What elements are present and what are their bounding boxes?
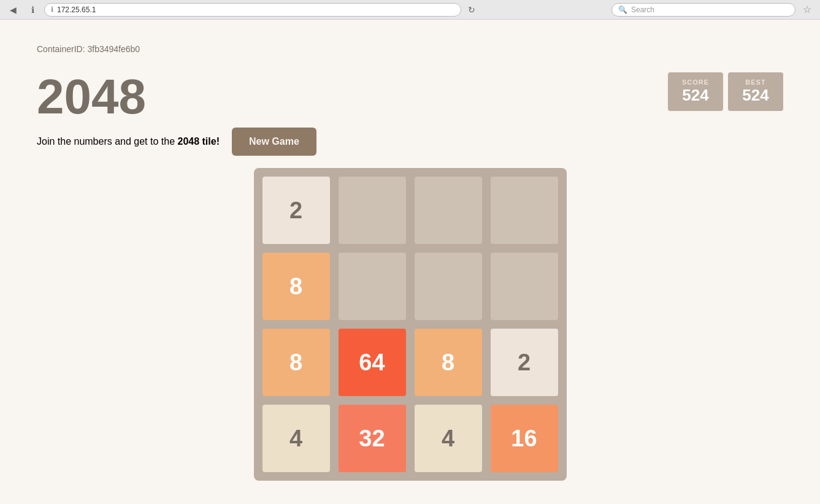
game-title-section: 2048 <box>37 72 146 121</box>
tile-r2c1: 64 <box>339 329 406 396</box>
search-placeholder-text: Search <box>631 6 654 14</box>
score-section: SCORE 524 BEST 524 <box>668 72 783 111</box>
reload-button[interactable]: ↻ <box>465 3 478 17</box>
url-info-icon: ℹ <box>51 6 53 13</box>
tile-r1c3 <box>491 253 558 320</box>
info-icon: ℹ <box>31 5 34 15</box>
tile-r2c0: 8 <box>262 329 330 396</box>
tile-r1c1 <box>339 253 406 320</box>
score-label: SCORE <box>680 78 711 86</box>
subtitle-bold: 2048 tile! <box>177 136 219 147</box>
reload-icon: ↻ <box>468 5 475 15</box>
subtitle-pre: Join the numbers and get to the <box>37 136 177 147</box>
tile-r0c3 <box>491 177 558 244</box>
browser-toolbar: ◀ ℹ ℹ 172.25.65.1 ↻ 🔍 Search ☆ <box>0 0 820 20</box>
tile-r3c1: 32 <box>339 405 406 472</box>
game-board: 2886482432416 <box>254 168 567 481</box>
game-title: 2048 <box>37 72 146 121</box>
new-game-button[interactable]: New Game <box>232 128 316 156</box>
best-label: BEST <box>740 78 771 86</box>
game-board-container: 2886482432416 <box>37 168 783 481</box>
game-header: 2048 SCORE 524 BEST 524 <box>37 72 783 121</box>
best-value: 524 <box>740 86 771 105</box>
tile-r0c0: 2 <box>262 177 330 244</box>
tile-r3c2: 4 <box>415 405 482 472</box>
page-content: ContainerID: 3fb3494fe6b0 2048 SCORE 524… <box>0 20 820 504</box>
back-icon: ◀ <box>10 5 17 15</box>
tile-r3c0: 4 <box>262 405 330 472</box>
tile-r3c3: 16 <box>491 405 558 472</box>
subtitle-text: Join the numbers and get to the 2048 til… <box>37 136 220 147</box>
url-text: 172.25.65.1 <box>57 6 96 14</box>
tile-r1c2 <box>415 253 482 320</box>
info-button[interactable]: ℹ <box>25 2 40 18</box>
score-value: 524 <box>680 86 711 105</box>
score-boxes: SCORE 524 BEST 524 <box>668 72 783 111</box>
search-bar[interactable]: 🔍 Search <box>611 3 795 17</box>
tile-r0c2 <box>415 177 482 244</box>
container-id-label: ContainerID: 3fb3494fe6b0 <box>37 44 783 54</box>
tile-r2c3: 2 <box>491 329 558 396</box>
tile-r1c0: 8 <box>262 253 330 320</box>
tile-r0c1 <box>339 177 406 244</box>
back-button[interactable]: ◀ <box>5 2 21 18</box>
star-icon: ☆ <box>803 4 811 15</box>
score-box: SCORE 524 <box>668 72 723 111</box>
best-box: BEST 524 <box>728 72 783 111</box>
subtitle-row: Join the numbers and get to the 2048 til… <box>37 128 783 156</box>
tile-r2c2: 8 <box>415 329 482 396</box>
url-bar[interactable]: ℹ 172.25.65.1 <box>44 3 461 17</box>
search-icon: 🔍 <box>618 6 627 14</box>
bookmark-button[interactable]: ☆ <box>799 2 815 18</box>
